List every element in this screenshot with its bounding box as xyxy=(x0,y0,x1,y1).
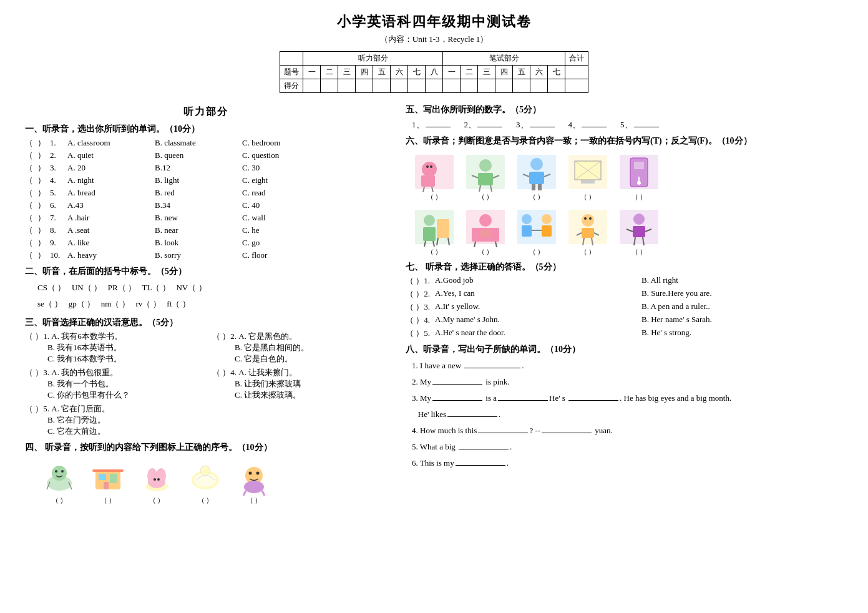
part8-q3b: He' likes. xyxy=(412,406,843,423)
part8-title: 八、听录音，写出句子所缺的单词。（10分） xyxy=(406,344,843,355)
section6-img-7: （ ） xyxy=(463,207,508,257)
svg-point-41 xyxy=(530,158,543,170)
part1-question-row: （）3.A. 20B.12C. 30 xyxy=(25,162,387,174)
part1-question-row: （）6.A.43B.34C. 40 xyxy=(25,200,387,211)
svg-point-3 xyxy=(61,470,64,473)
svg-point-22 xyxy=(256,472,260,475)
section4-image-1 xyxy=(37,458,81,496)
defen-label: 得分 xyxy=(280,79,303,93)
svg-point-74 xyxy=(542,214,552,224)
svg-point-23 xyxy=(244,481,264,493)
svg-rect-9 xyxy=(104,482,109,489)
part1-question-row: （）5.A. breadB. redC. read xyxy=(25,187,387,199)
svg-rect-73 xyxy=(522,225,532,237)
svg-rect-35 xyxy=(478,173,493,185)
svg-rect-7 xyxy=(99,474,106,480)
part5-title: 五、写出你所听到的数字。（5分） xyxy=(406,104,843,115)
svg-rect-51 xyxy=(581,180,595,184)
section6-img-2: （ ） xyxy=(463,152,508,202)
section6-img-5: （ ） xyxy=(617,152,661,202)
svg-line-25 xyxy=(262,491,265,496)
part7-question-row: （ ）2.A.Yes, I canB. Sure.Here you are. xyxy=(406,288,843,300)
svg-point-14 xyxy=(156,468,166,483)
part7-title: 七、 听录音，选择正确的答语。（5分） xyxy=(406,262,843,273)
svg-rect-70 xyxy=(480,230,490,237)
svg-rect-54 xyxy=(634,162,644,169)
part7-question-row: （ ）1.A.Good jobB. All right xyxy=(406,275,843,287)
svg-point-34 xyxy=(479,159,492,172)
part6-title: 六、听录音；判断图意是否与录音内容一致；一致的在括号内写(T)；反之写(F)。（… xyxy=(406,135,843,147)
svg-point-66 xyxy=(479,214,492,227)
tihao-label: 题号 xyxy=(280,66,303,79)
section4-image-3 xyxy=(135,458,178,496)
svg-rect-75 xyxy=(542,225,552,237)
listening-section-title: 听力部分 xyxy=(25,105,387,119)
svg-rect-44 xyxy=(538,184,542,190)
svg-point-2 xyxy=(55,470,57,473)
part8-q6: 6. This is my. xyxy=(412,455,843,471)
svg-point-27 xyxy=(422,162,437,177)
listening-label: 听力部分 xyxy=(303,52,443,66)
part7-question-row: （ ）4.A.My name' s John.B. Her name' s Sa… xyxy=(406,315,843,326)
svg-point-19 xyxy=(200,466,210,476)
svg-point-16 xyxy=(157,478,160,481)
part7-question-row: （ ）3.A.It' s yellow.B. A pen and a ruler… xyxy=(406,302,843,313)
svg-rect-10 xyxy=(92,469,124,472)
writing-label: 笔试部分 xyxy=(443,52,565,66)
svg-point-58 xyxy=(424,215,435,226)
svg-point-72 xyxy=(522,214,532,224)
svg-rect-43 xyxy=(532,184,535,190)
svg-rect-42 xyxy=(529,172,544,184)
part1-question-row: （）1.A. classroomB. classmateC. bedroom xyxy=(25,137,387,149)
part2-title: 二、听音，在后面的括号中标号。（5分） xyxy=(25,266,387,277)
part1-title: 一、听录音，选出你所听到的单词。（10分） xyxy=(25,124,387,135)
svg-rect-8 xyxy=(110,474,117,483)
part8-q4: 4. How much is this? -- yuan. xyxy=(412,423,843,439)
svg-rect-62 xyxy=(437,219,449,238)
part8-q3: 3. My is aHe' s . He has big eyes and a … xyxy=(412,390,843,406)
part8-q5: 5. What a big . xyxy=(412,439,843,455)
section6-img-8: （ ） xyxy=(514,207,559,257)
total-label: 合计 xyxy=(565,52,588,66)
part1-question-row: （）7.A .hairB. newC. wall xyxy=(25,212,387,223)
part3-title: 三、听音选择正确的汉语意思。（5分） xyxy=(25,317,387,328)
svg-point-28 xyxy=(426,165,429,168)
sub-title: （内容：Unit 1-3，Recycle 1） xyxy=(25,34,843,45)
svg-rect-30 xyxy=(421,175,435,187)
svg-point-13 xyxy=(147,468,157,483)
svg-point-79 xyxy=(584,217,587,220)
part1-question-row: （）4.A. nightB. lightC. eight xyxy=(25,175,387,186)
svg-point-56 xyxy=(637,181,641,185)
svg-point-80 xyxy=(589,217,592,220)
part1-question-row: （）2.A. quietB. queenC. question xyxy=(25,150,387,161)
svg-point-15 xyxy=(154,478,156,481)
part7-question-row: （ ）5.A.He' s near the door.B. He' s stro… xyxy=(406,328,843,339)
svg-rect-81 xyxy=(582,228,594,238)
section6-img-10: （ ） xyxy=(617,207,661,257)
svg-point-1 xyxy=(52,466,67,481)
section4-image-5 xyxy=(232,458,276,496)
svg-rect-88 xyxy=(633,226,645,237)
score-table: 听力部分 笔试部分 合计 题号 一二三四五六七八 一二三四五六七 得分 xyxy=(280,51,588,93)
section6-img-4: （ ） xyxy=(565,152,610,202)
section6-img-9: （ ） xyxy=(565,207,610,257)
part1-question-row: （）8.A .seatB. nearC. he xyxy=(25,225,387,236)
part4-title: 四、 听录音，按听到的内容给下列图标上正确的序号。（10分） xyxy=(25,442,387,453)
main-title: 小学英语科四年级期中测试卷 xyxy=(25,12,843,31)
part8-q2: 2. My is pink. xyxy=(412,374,843,390)
part1-question-row: （）9.A. likeB. lookC. go xyxy=(25,237,387,248)
svg-point-78 xyxy=(582,214,594,227)
svg-line-24 xyxy=(243,491,246,496)
score-table-cell xyxy=(280,52,303,66)
section6-img-1: （ ） xyxy=(412,152,457,202)
svg-point-29 xyxy=(430,165,432,168)
section4-image-2 xyxy=(86,458,130,496)
svg-point-87 xyxy=(633,213,645,225)
svg-point-21 xyxy=(249,472,252,475)
section4-image-4 xyxy=(183,458,227,496)
section6-img-6: （ ） xyxy=(412,207,457,257)
part1-question-row: （）10.A. heavyB. sorryC. floor xyxy=(25,250,387,261)
section6-img-3: （ ） xyxy=(514,152,559,202)
part8-q1: 1. I have a new . xyxy=(412,358,843,374)
svg-rect-59 xyxy=(423,227,436,241)
